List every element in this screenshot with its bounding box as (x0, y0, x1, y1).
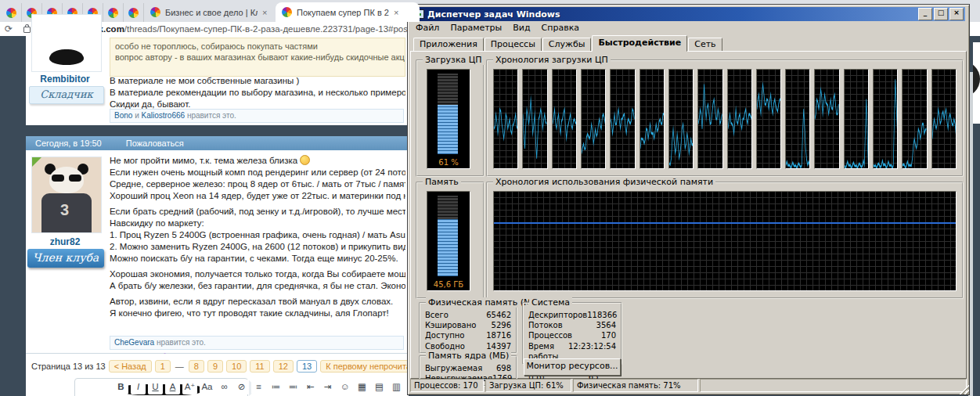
maximize-button[interactable]: □ (934, 8, 948, 20)
indent-button[interactable]: ⇥ (320, 380, 335, 394)
post2-date[interactable]: Сегодня, в 19:50 (35, 139, 102, 148)
post1-likes: Bono и Kaliostro666 нравится это. (110, 109, 404, 123)
insert-quote-button[interactable]: ▥ (389, 380, 404, 394)
cpu-core-graph-13 (844, 69, 869, 169)
page-link[interactable]: 10 (226, 360, 247, 373)
menu-Вид[interactable]: Вид (507, 23, 535, 33)
liker-link[interactable]: CheGevara (114, 338, 154, 347)
page-link[interactable]: 8 (189, 360, 204, 373)
insert-link-button[interactable]: ∞ (217, 380, 232, 394)
smiley-emoji-icon (300, 155, 310, 165)
resource-monitor-button[interactable]: Монитор ресурсов... (524, 358, 621, 376)
cpu-gauge-value: 61 % (427, 158, 470, 167)
pinned-tab[interactable] (103, 3, 124, 22)
memory-history-graph (493, 191, 957, 291)
text-color-button[interactable]: A (165, 380, 180, 394)
taskmgr-tab-Сеть[interactable]: Сеть (688, 38, 722, 52)
post2-username[interactable]: zhur82 (26, 236, 104, 247)
memory-usage-line (494, 222, 956, 224)
close-button[interactable]: × (949, 8, 964, 20)
site-favicon-icon (6, 8, 16, 18)
stat-row: Процессов170 (525, 330, 619, 340)
forum-post-1: Rembibitor Складчик особо не тороплюсь, … (26, 36, 409, 125)
browser-tab-inactive[interactable]: Бизнес и свое дело | Клуб Склад-ч × (144, 2, 286, 22)
liker-link[interactable]: Kaliostro666 (142, 111, 186, 120)
stat-row: Всего65462 (422, 310, 514, 320)
sweater-number: 3 (60, 201, 73, 218)
stat-value: 698 (496, 363, 511, 373)
page-link[interactable]: 9 (207, 360, 223, 373)
reload-icon[interactable]: ⟳ (5, 23, 13, 34)
sunglasses (52, 175, 64, 182)
outdent-button[interactable]: ⇤ (303, 380, 318, 394)
page-gap: — (174, 362, 186, 371)
italic-button[interactable]: I (131, 380, 146, 394)
post2-likes: CheGevara нравится это. (110, 336, 404, 350)
page-link[interactable]: 1 (155, 360, 171, 373)
resize-grip[interactable] (960, 385, 969, 394)
liker-link[interactable]: Bono (114, 111, 132, 120)
post-text-line: А брать б/у железки, без гарантии, для с… (110, 280, 405, 292)
stat-label: Потоков (528, 320, 563, 330)
menu-Файл[interactable]: Файл (410, 23, 445, 33)
cpu-gauge-group: Загрузка ЦП 61 % (416, 59, 485, 177)
pinned-tab[interactable] (124, 3, 144, 22)
menu-Справка[interactable]: Справка (536, 23, 585, 33)
system-label: Система (529, 297, 572, 308)
unlink-button[interactable]: ⊘ (234, 380, 249, 394)
page-link[interactable]: 12 (273, 360, 294, 373)
avatar[interactable] (31, 14, 102, 72)
cpu-gauge-fill (438, 105, 458, 154)
minimize-button[interactable]: _ (918, 8, 932, 20)
bullet-list-button[interactable]: ≔ (268, 380, 283, 394)
insert-image-button[interactable]: ▦ (355, 380, 369, 394)
taskmgr-tab-Быстродействие[interactable]: Быстродействие (592, 35, 687, 52)
browser-tab-active[interactable]: Покупаем супер ПК в 2 раза деше × (276, 2, 420, 22)
tab-close-icon[interactable]: × (262, 8, 267, 17)
tab-close-icon[interactable]: × (394, 8, 398, 17)
cpu-gauge-label: Загрузка ЦП (423, 55, 485, 65)
post-text-line: Если нужен очень мощный комп под рендери… (110, 167, 405, 178)
site-favicon-icon (128, 8, 139, 18)
taskmgr-tab-Приложения[interactable]: Приложения (413, 38, 484, 52)
post1-username[interactable]: Rembibitor (26, 74, 104, 85)
taskmgr-title-bar[interactable]: Диспетчер задач Windows _ □ × (410, 7, 965, 21)
stat-row: Свободно14397 (422, 341, 514, 351)
bold-button[interactable]: B (113, 380, 128, 394)
post2-header: Сегодня, в 19:50 Пожаловаться (26, 136, 409, 150)
quote-line: особо не тороплюсь, собираюсь покупать ч… (115, 41, 400, 52)
quote-box: особо не тороплюсь, собираюсь покупать ч… (110, 38, 405, 77)
cpu-core-graph-3 (552, 69, 577, 169)
cpu-core-graph-2 (522, 69, 547, 169)
status-cell: Физическая память: 71% (573, 379, 698, 392)
smilies-button[interactable]: ☺ (337, 380, 352, 394)
stat-label: Выгружаемая (425, 363, 482, 373)
page-current[interactable]: 13 (297, 360, 317, 373)
cpu-core-graph-5 (610, 69, 635, 169)
insert-media-button[interactable]: ▤ (372, 380, 387, 394)
stat-row: Дескрипторов118366 (525, 310, 619, 320)
page-link[interactable]: 11 (250, 360, 269, 373)
align-button[interactable]: ≡ (251, 380, 266, 394)
site-favicon-icon (150, 7, 160, 17)
font-family-button[interactable]: Aa (200, 380, 214, 394)
post-text-line: Я конечно фигею, что тут проводят такие … (110, 308, 405, 319)
font-size-button[interactable]: A⁺ (182, 380, 197, 394)
post-text-line: Хороший проц Xeon на 14 ядер, будет уже … (110, 190, 405, 202)
pagination: Страница 13 из 13 < Назад1—8910111213К п… (31, 358, 441, 374)
underline-button[interactable]: U (148, 380, 163, 394)
post1-body: В материале не мои собственные магазины … (110, 75, 405, 110)
page-link[interactable]: < Назад (109, 360, 152, 373)
numbered-list-button[interactable]: ≕ (286, 380, 301, 394)
post-text-line: Можно поискать б/у на гарантии, с чеками… (110, 253, 405, 265)
cpu-core-graph-8 (697, 69, 722, 169)
avatar[interactable]: 3 (31, 157, 102, 233)
post2-report-link[interactable]: Пожаловаться (126, 139, 184, 148)
pinned-tab[interactable] (2, 3, 22, 22)
task-manager-window: Диспетчер задач Windows _ □ × ФайлПараме… (407, 4, 970, 395)
menu-Параметры[interactable]: Параметры (445, 23, 507, 33)
screen: Бизнес и свое дело | Клуб Склад-ч × Поку… (0, 0, 980, 396)
stat-value: 170 (601, 330, 616, 340)
taskmgr-tab-Процессы[interactable]: Процессы (485, 38, 542, 52)
taskmgr-tab-Службы[interactable]: Службы (542, 38, 592, 52)
